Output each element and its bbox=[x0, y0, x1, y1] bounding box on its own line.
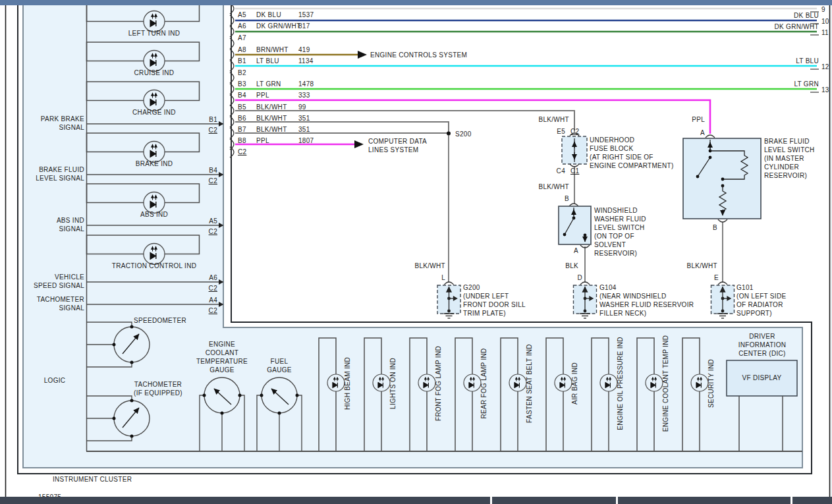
wire-color-label: PPL bbox=[663, 115, 705, 124]
circuit-number: 1134 bbox=[298, 57, 325, 65]
connector-pin: A5 bbox=[238, 11, 255, 19]
wire-color-label: LT BLU bbox=[256, 57, 304, 65]
ground-g104 bbox=[574, 282, 597, 318]
connector-pin: B5 bbox=[238, 103, 255, 111]
indicator-label-coolant-temp: ENGINE COOLANT TEMP IND bbox=[662, 335, 669, 432]
exit-wire-label: DK BLU bbox=[744, 11, 819, 20]
exit-page-ref: 13 bbox=[821, 86, 831, 94]
wire-color-label: PPL bbox=[256, 136, 304, 145]
connector-pin: B8 bbox=[238, 136, 255, 145]
wire-color-label: BLK/WHT bbox=[256, 114, 304, 123]
circuit-number: 817 bbox=[298, 22, 325, 30]
fuse-block-symbol bbox=[562, 133, 587, 167]
wiring-diagram-page: { "window": { "ref_number_partial": "155… bbox=[0, 0, 832, 504]
tachometer-label: TACHOMETER(IF EQUIPPED) bbox=[119, 380, 198, 397]
fuse-block-description: UNDERHOODFUSE BLOCK (AT RIGHT SIDE OFENG… bbox=[590, 136, 674, 170]
connector-name: C2 bbox=[238, 148, 255, 156]
signal-label-vehicle-speed: VEHICLESPEED SIGNAL bbox=[12, 273, 84, 290]
wire-color-label: LT GRN bbox=[256, 80, 304, 88]
exit-page-ref: 10 bbox=[821, 17, 831, 26]
circuit-number: 99 bbox=[298, 103, 325, 111]
indicator-label-security: SECURITY IND bbox=[707, 359, 715, 408]
indicator-label-air-bag: AIR BAG IND bbox=[571, 362, 578, 405]
fuse-pin-bottom: C4 bbox=[547, 167, 565, 175]
ground-pin: L bbox=[427, 273, 445, 282]
ground-g200 bbox=[437, 282, 460, 318]
circuit-number: 1537 bbox=[298, 11, 325, 19]
ground-g200-description: G200(UNDER LEFT FRONT DOOR SILLTRIM PLAT… bbox=[463, 283, 526, 318]
logic-label: LOGIC bbox=[18, 376, 91, 385]
connector-pin: B4 bbox=[238, 91, 255, 99]
exit-wire-label: LT GRN bbox=[744, 80, 819, 88]
indicator-label-traction: TRACTION CONTROL IND bbox=[88, 262, 220, 270]
ground-g104-description: G104(NEAR WINDSHIELD WASHER FLUID RESERV… bbox=[599, 283, 694, 318]
ground-g101 bbox=[711, 282, 735, 318]
connector-pin: B7 bbox=[238, 125, 255, 134]
window-top-bar bbox=[0, 0, 832, 5]
circuit-number: 1478 bbox=[298, 80, 325, 88]
splice-s200-label: S200 bbox=[455, 130, 472, 138]
washer-switch-symbol bbox=[559, 204, 591, 248]
exit-page-ref: 12 bbox=[821, 63, 831, 71]
connector-pin: A6 bbox=[238, 22, 255, 30]
indicator-label-front-fog: FRONT FOG LAMP IND bbox=[435, 346, 442, 421]
wire-color-label: BLK/WHT bbox=[675, 262, 717, 270]
indicator-label-left-turn: LEFT TURN IND bbox=[88, 29, 220, 38]
signal-pin: B4 bbox=[198, 166, 217, 175]
splice-s200-dot bbox=[447, 132, 451, 136]
wire-color-label: BLK bbox=[536, 262, 578, 270]
exit-wire-label: LT BLU bbox=[744, 57, 819, 65]
brake-fluid-switch-symbol bbox=[683, 135, 761, 222]
wire-color-label: BLK/WHT bbox=[527, 115, 569, 124]
signal-pin: A4 bbox=[198, 296, 217, 304]
vf-display-label: VF DISPLAY bbox=[727, 374, 797, 382]
washer-pin-out: A bbox=[560, 246, 578, 255]
brake-switch-description: BRAKE FLUIDLEVEL SWITCH (IN MASTERCYLIND… bbox=[764, 137, 815, 180]
signal-pin: B1 bbox=[198, 115, 217, 124]
brake-pin-in: A bbox=[686, 128, 705, 137]
ground-pin: E bbox=[700, 273, 719, 282]
ground-g101-description: G101(ON LEFT SIDE OF RADIATORSUPPORT) bbox=[736, 283, 786, 318]
taskbar-segment-1 bbox=[0, 497, 490, 504]
taskbar-segment-2 bbox=[492, 497, 616, 504]
wire-color-label: BRN/WHT bbox=[256, 45, 304, 54]
indicator-label-seat-belt: FASTEN SEAT BELT IND bbox=[526, 344, 533, 423]
wire-color-label: DK GRN/WHT bbox=[256, 22, 304, 30]
signal-label-tachometer: TACHOMETERSIGNAL bbox=[12, 295, 84, 312]
signal-label-park-brake: PARK BRAKESIGNAL bbox=[12, 115, 84, 132]
diagram-title: INSTRUMENT CLUSTER bbox=[53, 475, 132, 484]
circuit-number: 1807 bbox=[298, 136, 325, 145]
indicator-label-cruise: CRUISE IND bbox=[88, 69, 220, 77]
taskbar-segment-4 bbox=[792, 497, 832, 504]
signal-conn: C2 bbox=[198, 227, 217, 236]
signal-conn: C2 bbox=[198, 126, 217, 134]
dic-title: DRIVERINFORMATION CENTER (DIC) bbox=[719, 332, 805, 358]
signal-pin: A6 bbox=[198, 273, 217, 282]
ground-pin: D bbox=[564, 273, 582, 282]
connector-pin: B3 bbox=[238, 80, 255, 88]
circuit-number: 419 bbox=[298, 45, 325, 54]
connector-pin: B1 bbox=[238, 57, 255, 65]
circuit-number: 351 bbox=[298, 125, 325, 134]
circuit-number: 351 bbox=[298, 114, 325, 123]
computer-data-lines-label: COMPUTER DATA LINES SYSTEM bbox=[368, 137, 427, 154]
exit-page-ref: 11 bbox=[821, 28, 831, 37]
signal-conn: C2 bbox=[198, 284, 217, 293]
connector-pin: A7 bbox=[238, 34, 255, 42]
wire-color-label: BLK/WHT bbox=[256, 125, 304, 134]
fuse-pin-top: E5 bbox=[547, 127, 565, 136]
taskbar-segment-3 bbox=[618, 497, 790, 504]
indicator-label-lights-on: LIGHTS ON IND bbox=[389, 358, 397, 409]
signal-conn: C2 bbox=[198, 306, 217, 315]
signal-pin: A5 bbox=[198, 217, 217, 225]
wire-color-label: BLK/WHT bbox=[256, 103, 304, 111]
brake-pin-out: B bbox=[699, 223, 717, 232]
wire-color-label: DK BLU bbox=[256, 11, 304, 19]
wire-color-label: BLK/WHT bbox=[527, 182, 569, 191]
wire-color-label: BLK/WHT bbox=[403, 262, 445, 270]
wire-color-label: PPL bbox=[256, 91, 304, 99]
signal-label-abs-ind: ABS INDSIGNAL bbox=[12, 216, 84, 233]
exit-page-ref: 9 bbox=[821, 5, 831, 14]
fuse-conn-top: C2 bbox=[570, 127, 579, 136]
fuel-gauge-label: FUELGAUGE bbox=[240, 357, 319, 374]
